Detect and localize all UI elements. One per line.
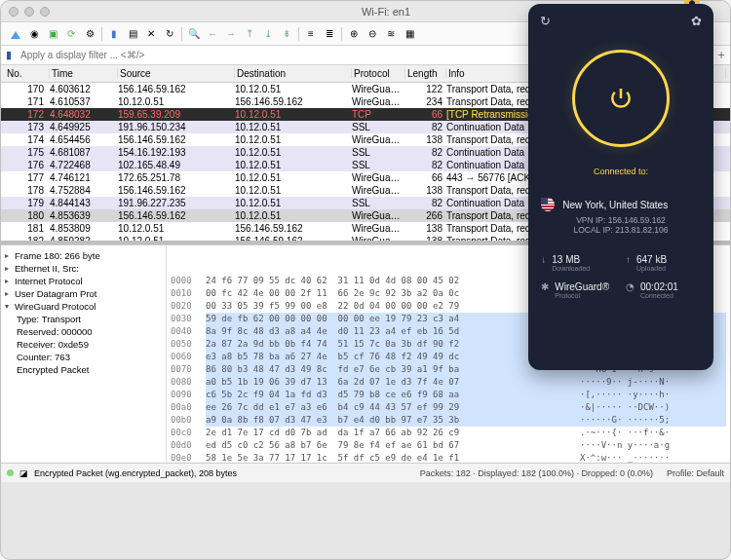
connected-to-label: Connected to: [594,167,648,176]
jump-to-last-icon[interactable]: ⤓ [261,27,275,41]
capture-filters-icon[interactable]: ⚙ [83,27,96,41]
hex-row[interactable]: 00c02e d1 7e 17 cd d0 7b ad da 1f a7 66 … [171,427,726,439]
colorize-icon[interactable]: ≡ [304,27,318,41]
col-length[interactable]: Length [405,68,446,79]
tree-frame[interactable]: Frame 180: 266 byte [15,249,100,262]
col-source[interactable]: Source [118,68,235,79]
expert-info-icon[interactable] [7,469,14,476]
tree-udp[interactable]: User Datagram Prot [15,287,96,300]
save-file-icon[interactable]: ▤ [126,27,139,41]
tree-ethernet[interactable]: Ethernet II, Src: [15,262,79,275]
col-no[interactable]: No. [5,68,50,79]
tree-wg-encrypted[interactable]: Encrypted Packet [17,363,89,376]
svg-marker-0 [11,31,20,39]
close-icon[interactable] [9,7,19,17]
status-packet-counts: Packets: 182 · Displayed: 182 (100.0%) ·… [420,468,653,478]
restart-capture-icon[interactable]: ⟳ [64,27,78,41]
tree-wg-reserved[interactable]: Reserved: 000000 [17,325,93,338]
protocol-icon: ✱ [541,281,549,293]
col-protocol[interactable]: Protocol [352,68,405,79]
downloaded-value: 13 MB [552,254,590,265]
add-filter-expr-button[interactable]: ＋ [712,47,730,63]
capture-file-icon[interactable]: ◪ [19,468,28,478]
tree-wg-type[interactable]: Type: Transport [17,313,81,325]
protocol-value: WireGuard® [555,281,609,292]
tree-ip[interactable]: Internet Protocol [15,275,83,287]
zoom-in-icon[interactable]: ⊕ [347,27,361,41]
hex-row[interactable]: 0090c6 5b 2c f9 04 1a fd d3 d5 79 b8 ce … [171,389,726,401]
fin-icon[interactable] [9,27,22,41]
uploaded-value: 647 kB [636,254,667,265]
tree-wg-counter[interactable]: Counter: 763 [17,351,70,363]
bookmark-filter-icon[interactable]: ▮ [1,49,17,61]
align-icon[interactable]: ≣ [323,27,336,41]
us-flag-icon [541,198,555,211]
prev-packet-icon[interactable]: ← [206,27,219,41]
hex-row[interactable]: 00a0ee 26 7c dd e1 e7 a3 e6 b4 c9 44 43 … [171,401,726,414]
connected-time: 00:02:01 [640,281,678,292]
resize-columns-icon[interactable]: ▦ [403,27,416,41]
download-icon: ↓ [541,254,546,266]
hex-row[interactable]: 00e058 1e 5e 3a 77 17 17 1c 5f df c5 e9 … [171,452,726,463]
vpn-panel: ↻ ✿ Connected to: New York, United State… [528,4,713,370]
close-file-icon[interactable]: ✕ [144,27,158,41]
upload-icon: ↑ [626,254,631,266]
settings-icon[interactable]: ✿ [691,14,702,28]
zoom-out-icon[interactable]: ⊖ [366,27,379,41]
hex-row[interactable]: 0080a0 b5 1b 19 06 39 d7 13 6a 2d 07 1e … [171,376,726,389]
clock-icon: ◔ [626,281,635,293]
zoom-icon[interactable] [40,7,50,17]
start-capture-icon[interactable]: ▣ [46,27,59,41]
minimize-icon[interactable] [24,7,34,17]
traffic-lights[interactable] [9,7,50,17]
tree-wireguard[interactable]: WireGuard Protocol [15,300,96,313]
vpn-location[interactable]: New York, United States [562,200,668,210]
jump-to-first-icon[interactable]: ⤒ [243,27,256,41]
col-destination[interactable]: Destination [235,68,352,79]
statusbar: ◪ Encrypted Packet (wg.encrypted_packet)… [1,463,730,482]
status-profile[interactable]: Profile: Default [667,468,724,478]
hex-row[interactable]: 00d0ed d5 c0 c2 56 a8 b7 6e 79 8e f4 ef … [171,439,726,452]
vpn-ip: 156.146.59.162 [608,215,666,225]
col-time[interactable]: Time [50,68,118,79]
power-toggle-button[interactable] [572,50,670,147]
refresh-icon[interactable]: ↻ [540,14,551,28]
reload-icon[interactable]: ↻ [163,27,176,41]
autoscroll-icon[interactable]: ⇟ [280,27,293,41]
capture-options-icon[interactable]: ◉ [27,27,41,41]
next-packet-icon[interactable]: → [224,27,238,41]
find-icon[interactable]: 🔍 [187,27,201,41]
packet-details-pane[interactable]: ▸Frame 180: 266 byte ▸Ethernet II, Src: … [1,245,167,463]
hex-row[interactable]: 00b0a9 0a 8b f8 07 d3 47 e3 b7 e4 d0 bb … [171,414,726,427]
status-packet-field: Encrypted Packet (wg.encrypted_packet), … [34,468,237,478]
zoom-reset-icon[interactable]: ≋ [384,27,398,41]
tree-wg-receiver[interactable]: Receiver: 0xde59 [17,338,89,351]
local-ip: 213.81.82.106 [615,225,668,235]
open-file-icon[interactable]: ▮ [107,27,121,41]
